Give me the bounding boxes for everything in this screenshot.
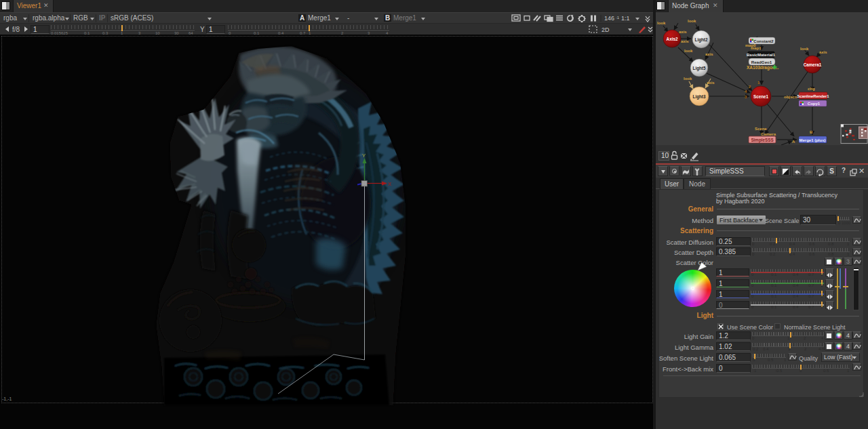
svg-text:Light5: Light5 [693, 66, 706, 71]
svg-text:look: look [684, 49, 693, 53]
svg-text:axis: axis [705, 52, 713, 56]
svg-text:Scene1: Scene1 [753, 94, 769, 99]
svg-text:SimpleSSS: SimpleSSS [751, 138, 773, 143]
svg-text:Y: Y [362, 152, 366, 159]
svg-text:2D: 2D [601, 26, 610, 33]
svg-text:look: look [657, 21, 666, 25]
svg-text:A: A [792, 140, 795, 144]
svg-text:Scene: Scene [755, 127, 767, 131]
svg-text:Light3: Light3 [693, 94, 706, 100]
svg-text:axis: axis [707, 81, 715, 85]
svg-text:cltg: cltg [808, 87, 815, 91]
svg-text:Light2: Light2 [695, 37, 708, 43]
svg-text:map1: map1 [751, 46, 762, 50]
svg-text:Camera1: Camera1 [804, 62, 822, 67]
svg-text:axis: axis [819, 50, 827, 54]
svg-text:B: B [810, 130, 813, 134]
svg-text:Camera: Camera [761, 132, 776, 136]
svg-text:axis: axis [679, 30, 687, 34]
svg-text:axis: axis [681, 39, 689, 43]
svg-text:BasicMaterial1: BasicMaterial1 [747, 53, 776, 57]
svg-text:X: X [388, 181, 392, 187]
svg-text:3: 3 [745, 95, 747, 99]
svg-text:146: 146 [604, 15, 614, 22]
svg-text:look: look [800, 47, 809, 51]
svg-text:Copy1: Copy1 [808, 102, 821, 106]
svg-text:look: look [688, 19, 696, 23]
svg-text:1:1: 1:1 [621, 15, 630, 22]
svg-text:look: look [684, 77, 692, 81]
svg-text:Axis2: Axis2 [667, 37, 678, 41]
svg-text:2: 2 [749, 85, 751, 89]
svg-text:1: 1 [757, 81, 760, 85]
svg-text:ReadGeo1: ReadGeo1 [751, 60, 772, 64]
svg-text::1: :1 [616, 16, 620, 20]
svg-text:objscn: objscn [784, 95, 797, 99]
svg-text:Constant2: Constant2 [753, 39, 774, 43]
svg-text:Merge1 (plus): Merge1 (plus) [799, 138, 825, 142]
svg-text:ScanlineRender1: ScanlineRender1 [797, 94, 829, 98]
